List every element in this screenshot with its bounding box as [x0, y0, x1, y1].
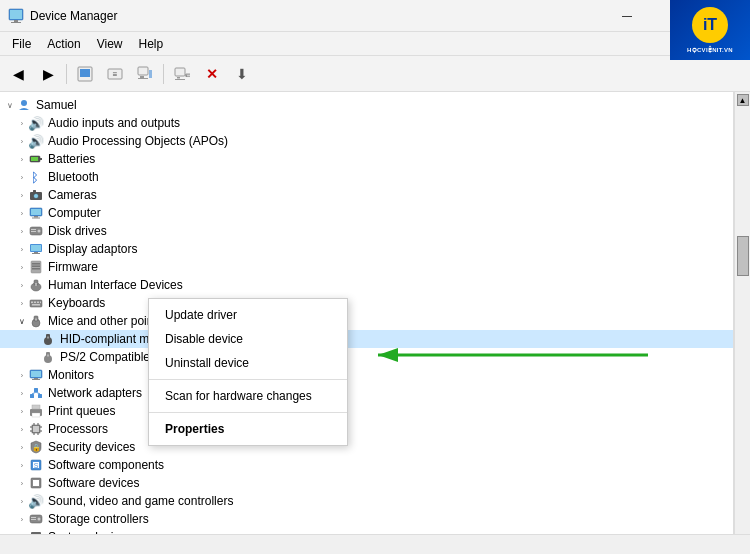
apo-icon: 🔊 — [28, 133, 44, 149]
audio-inputs-label: Audio inputs and outputs — [48, 116, 180, 130]
svg-rect-35 — [32, 253, 40, 254]
svg-rect-9 — [140, 76, 144, 78]
tree-audio-inputs[interactable]: › 🔊 Audio inputs and outputs — [0, 114, 733, 132]
svg-point-16 — [21, 100, 27, 106]
tree-firmware[interactable]: › Firmware — [0, 258, 733, 276]
menu-view[interactable]: View — [89, 35, 131, 53]
bluetooth-icon: ᛒ — [28, 169, 44, 185]
print-icon — [28, 403, 44, 419]
tree-batteries[interactable]: › Batteries — [0, 150, 733, 168]
svg-rect-25 — [31, 209, 41, 215]
green-arrow — [348, 345, 648, 365]
tree-processors[interactable]: › Processors — [0, 420, 733, 438]
tree-computer[interactable]: › Computer — [0, 204, 733, 222]
svg-rect-63 — [34, 388, 38, 392]
svg-rect-46 — [37, 302, 39, 304]
storage-icon — [28, 511, 44, 527]
context-scan-hardware[interactable]: Scan for hardware changes — [149, 384, 347, 408]
tree-security[interactable]: › 🔒 Security devices — [0, 438, 733, 456]
processors-arrow: › — [16, 420, 28, 438]
tree-keyboards[interactable]: › Keyboards — [0, 294, 733, 312]
tree-panel[interactable]: ∨ Samuel › 🔊 Audio inputs and outputs › … — [0, 92, 734, 554]
context-sep-2 — [149, 412, 347, 413]
mice-icon — [28, 313, 44, 329]
svg-rect-43 — [30, 300, 42, 307]
svg-text:ᛒ: ᛒ — [31, 170, 39, 184]
tree-softcomp[interactable]: › S Software components — [0, 456, 733, 474]
title-bar-icon — [8, 8, 24, 24]
tree-monitors[interactable]: › Monitors — [0, 366, 733, 384]
toolbar-btn-1[interactable] — [71, 60, 99, 88]
svg-rect-8 — [138, 67, 148, 75]
svg-rect-26 — [34, 216, 38, 218]
toolbar-btn-4[interactable]: ✏ — [168, 60, 196, 88]
svg-rect-31 — [31, 231, 36, 232]
context-menu: Update driver Disable device Uninstall d… — [148, 298, 348, 446]
print-label: Print queues — [48, 404, 115, 418]
tree-storage[interactable]: › Storage controllers — [0, 510, 733, 528]
sound-arrow: › — [16, 492, 28, 510]
context-disable-device[interactable]: Disable device — [149, 327, 347, 351]
scroll-up-button[interactable]: ▲ — [737, 94, 749, 106]
batteries-icon — [28, 151, 44, 167]
svg-point-29 — [38, 230, 41, 233]
firmware-arrow: › — [16, 258, 28, 276]
cameras-label: Cameras — [48, 188, 97, 202]
svg-rect-37 — [32, 263, 40, 265]
minimize-button[interactable]: — — [604, 0, 650, 32]
tree-print[interactable]: › Print queues — [0, 402, 733, 420]
tree-bluetooth[interactable]: › ᛒ Bluetooth — [0, 168, 733, 186]
storage-label: Storage controllers — [48, 512, 149, 526]
display-icon — [28, 241, 44, 257]
svg-line-65 — [32, 392, 36, 394]
logo-overlay: iT HỌCVIỆNIT.VN — [670, 0, 750, 60]
svg-rect-23 — [33, 190, 36, 192]
toolbar-back[interactable]: ◀ — [4, 60, 32, 88]
tree-network[interactable]: › Network adapters — [0, 384, 733, 402]
context-update-driver[interactable]: Update driver — [149, 303, 347, 327]
menu-action[interactable]: Action — [39, 35, 88, 53]
toolbar-btn-refresh[interactable]: ⬇ — [228, 60, 256, 88]
menu-file[interactable]: File — [4, 35, 39, 53]
scrollbar[interactable]: ▲ ▼ — [734, 92, 750, 554]
menu-help[interactable]: Help — [131, 35, 172, 53]
svg-rect-69 — [32, 413, 40, 417]
toolbar-forward[interactable]: ▶ — [34, 60, 62, 88]
tree-root[interactable]: ∨ Samuel — [0, 96, 733, 114]
svg-point-87 — [38, 518, 41, 521]
context-properties[interactable]: Properties — [149, 417, 347, 441]
scroll-track[interactable] — [737, 106, 749, 540]
toolbar-btn-2[interactable]: ≡ — [101, 60, 129, 88]
batteries-arrow: › — [16, 150, 28, 168]
context-uninstall-device[interactable]: Uninstall device — [149, 351, 347, 375]
toolbar-btn-3[interactable] — [131, 60, 159, 88]
tree-apo[interactable]: › 🔊 Audio Processing Objects (APOs) — [0, 132, 733, 150]
svg-rect-45 — [34, 302, 36, 304]
scroll-thumb[interactable] — [737, 236, 749, 276]
tree-softdev[interactable]: › Software devices — [0, 474, 733, 492]
svg-rect-1 — [14, 20, 18, 22]
svg-rect-11 — [149, 70, 152, 78]
tree-mice[interactable]: ∨ Mice and other pointing devices — [0, 312, 733, 330]
hid-arrow: › — [16, 276, 28, 294]
tree-sound[interactable]: › 🔊 Sound, video and game controllers — [0, 492, 733, 510]
computer-arrow: › — [16, 204, 28, 222]
sound-icon: 🔊 — [28, 493, 44, 509]
monitors-icon — [28, 367, 44, 383]
tree-disk[interactable]: › Disk drives — [0, 222, 733, 240]
title-bar: Device Manager — □ ✕ — [0, 0, 750, 32]
disk-label: Disk drives — [48, 224, 107, 238]
svg-rect-34 — [34, 252, 38, 253]
display-label: Display adaptors — [48, 242, 137, 256]
disk-icon — [28, 223, 44, 239]
computer-label: Computer — [48, 206, 101, 220]
tree-cameras[interactable]: › Cameras — [0, 186, 733, 204]
toolbar-btn-x[interactable]: ✕ — [198, 60, 226, 88]
svg-rect-39 — [32, 268, 40, 270]
tree-display[interactable]: › Display adaptors — [0, 240, 733, 258]
svg-rect-12 — [175, 68, 185, 76]
root-label: Samuel — [36, 98, 77, 112]
monitors-label: Monitors — [48, 368, 94, 382]
tree-hid[interactable]: › Human Interface Devices — [0, 276, 733, 294]
root-icon — [16, 97, 32, 113]
